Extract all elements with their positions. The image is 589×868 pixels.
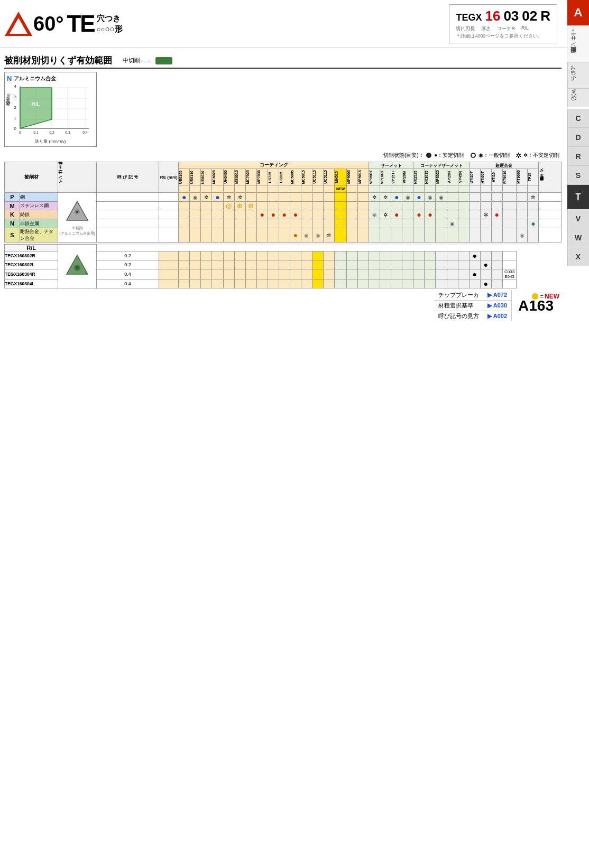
th-new-nx2525 xyxy=(413,185,425,193)
svg-text:0.3: 0.3 xyxy=(65,130,70,134)
th-new-mc5015 xyxy=(301,185,312,193)
sidebar-tab-x[interactable]: X xyxy=(567,247,590,266)
re-empty-k xyxy=(159,210,179,219)
sidebar-tab-d[interactable]: D xyxy=(567,128,590,147)
angle-label: 60° xyxy=(33,13,63,35)
re-160302l: 0.2 xyxy=(96,260,159,269)
part-num-empty-n xyxy=(96,219,159,228)
re-empty-m xyxy=(159,202,179,210)
th-ap25n: AP25N xyxy=(447,169,458,185)
svg-text:R/L: R/L xyxy=(32,101,40,107)
code-brand: TEGX xyxy=(456,12,482,23)
ref-label-2: 呼び記号の見方 xyxy=(434,311,483,322)
code-main: TEGX 16 03 02 R xyxy=(456,8,550,24)
sidebar-tab-s[interactable]: S xyxy=(567,166,590,185)
code-box: TEGX 16 03 02 R 切れ刃長 厚さ コーナR R/L ＊詳細はA00… xyxy=(449,4,557,43)
th-ue6110: UE6110 xyxy=(190,169,201,185)
page-number: A163 xyxy=(512,290,560,321)
code-n3: 02 xyxy=(522,8,537,24)
data-table: 被削材 インサート外観 呼 び 記 号 RE (mm) xyxy=(4,162,562,288)
insert-shape-icon xyxy=(65,199,90,225)
part-num-160304l: TEGX160304L xyxy=(5,279,58,288)
svg-text:0.4: 0.4 xyxy=(82,130,88,134)
th-ue6105: UE6105 xyxy=(179,169,190,185)
re-160302r: 0.2 xyxy=(96,251,159,260)
th-new-rt9010 xyxy=(502,185,517,193)
part-num-160302r: TEGX160302R xyxy=(5,251,58,260)
th-new-ue6110 xyxy=(190,185,201,193)
sidebar-tab-r[interactable]: R xyxy=(567,147,590,166)
th-new-uti20t xyxy=(469,185,480,193)
th-cermet-label: サーメット xyxy=(369,162,413,169)
th-mc5015: MC5015 xyxy=(301,169,312,185)
th-hti05t: HTi05T xyxy=(480,169,491,185)
th-new-mc5005 xyxy=(290,185,301,193)
code-note: ＊詳細はA002ページをご参照ください。 xyxy=(456,33,550,40)
chart-box: N アルミニウム合金 0 1 2 3 4 0 0.1 0 xyxy=(4,72,97,147)
th-us905: US905 xyxy=(279,169,290,185)
svg-text:3: 3 xyxy=(14,95,17,99)
svg-point-27 xyxy=(76,211,78,213)
ref-page-0: ▶ A072 xyxy=(483,290,511,301)
part-num-160304r: TEGX160304R xyxy=(5,269,58,279)
ref-holder-160304l xyxy=(502,279,517,288)
th-new-mh515: NEW xyxy=(335,185,347,193)
y-axis-label: 切込み量 (mm) xyxy=(6,94,12,109)
svg-marker-22 xyxy=(20,88,52,128)
ref-row-0: チップブレーカ ▶ A072 A163 xyxy=(434,290,560,301)
svg-text:0.1: 0.1 xyxy=(33,130,39,134)
th-mc7025: MC7025 xyxy=(245,169,256,185)
mat-code-k: K xyxy=(5,210,20,219)
x-axis-label: 送り量 (mm/rev) xyxy=(7,138,94,144)
th-uc5115b: UC5115 xyxy=(324,169,335,185)
th-tf15: TF15 xyxy=(528,169,539,185)
th-insert-label: インサート外観 xyxy=(58,162,96,193)
green-bar xyxy=(155,57,172,64)
th-new-mt9005 xyxy=(517,185,528,193)
th-new-uc5115 xyxy=(312,185,324,193)
svg-text:0: 0 xyxy=(14,126,17,131)
page-wrapper: 60° TE 穴つき ○○○○形 TEGX 16 03 02 R 切れ刃長 厚さ… xyxy=(0,0,589,332)
re-160304r: 0.4 xyxy=(96,269,159,279)
mat-code-p: P xyxy=(5,193,20,202)
code-letter: R xyxy=(540,8,550,24)
ref-holder-160304r: C033E043 xyxy=(502,269,517,279)
th-vp45n: VP45N xyxy=(458,169,469,185)
chart-material-name: アルミニウム合金 xyxy=(14,75,56,82)
mat-name-m: ステンレス鋼 xyxy=(20,202,58,210)
th-new-vp20m xyxy=(402,185,413,193)
part-num-empty-k xyxy=(96,210,159,219)
sidebar-tab-v[interactable]: V xyxy=(567,209,590,228)
mat-name-n: 非鉄金属 xyxy=(20,219,58,228)
th-new-uc5115b xyxy=(324,185,335,193)
sidebar-tab-t[interactable]: T xyxy=(567,185,590,209)
th-vp15tf: VP15TF xyxy=(391,169,402,185)
th-ref-holder-label: 参照対応ホルダ xyxy=(539,162,562,193)
sidebar-tab-w[interactable]: W xyxy=(567,228,590,247)
normal-icon xyxy=(471,153,476,158)
mat-code-m: M xyxy=(5,202,20,210)
sidebar-tab-a[interactable]: A xyxy=(567,0,590,25)
th-uti20t: UTi20T xyxy=(469,169,480,185)
th-ms6015: MS6015 xyxy=(234,169,245,185)
material-row-p: P 鋼 中切削(アルミニウム合金用) xyxy=(5,193,562,202)
th-nx3035: NX3035 xyxy=(425,169,436,185)
ref-table: チップブレーカ ▶ A072 A163 材種選択基準 ▶ A030 呼び記号の見… xyxy=(434,290,560,321)
th-uh6400: UH6400 xyxy=(223,169,234,185)
data-table-wrapper: 被削材 インサート外観 呼 び 記 号 RE (mm) xyxy=(4,162,562,288)
part-num-empty-s xyxy=(96,228,159,242)
th-new-mc6025 xyxy=(212,185,223,193)
code-labels: 切れ刃長 厚さ コーナR R/L xyxy=(456,25,550,32)
svg-text:0.2: 0.2 xyxy=(49,130,54,134)
ref-label-1: 材種選択基準 xyxy=(434,301,483,311)
th-new-ue6105 xyxy=(179,185,190,193)
rl-header-row: R/L xyxy=(5,245,562,251)
th-mc6025: MC6025 xyxy=(212,169,223,185)
right-sidebar: A 旋削用インサート ポジ20° 穴つき C D R S T V W xyxy=(567,0,589,266)
svg-text:2: 2 xyxy=(14,105,17,110)
hole-shape-label: 穴つき ○○○○形 xyxy=(97,13,123,34)
mat-code-n: N xyxy=(5,219,20,228)
th-new-vp05rt xyxy=(369,185,380,193)
th-vp20m: VP20M xyxy=(402,169,413,185)
sidebar-tab-c[interactable]: C xyxy=(567,109,590,128)
